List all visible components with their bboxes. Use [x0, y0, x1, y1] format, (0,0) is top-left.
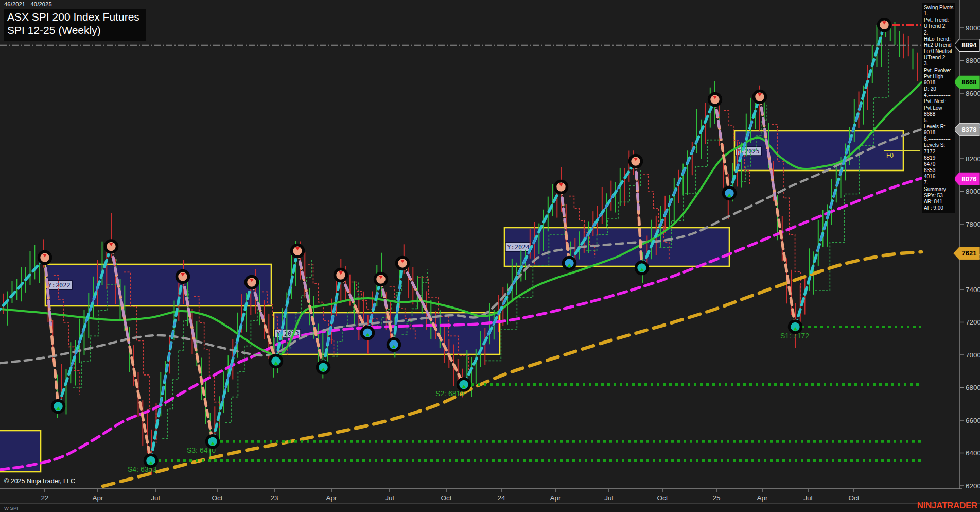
panel-line: UTrend 2	[924, 55, 955, 61]
pivot-low-marker	[145, 455, 157, 467]
chart-title: ASX SPI 200 Index Futures	[7, 10, 139, 24]
panel-line: Lo:0 Neutral	[924, 48, 955, 55]
pivot-low-marker	[636, 262, 648, 274]
panel-line: HiLo Trend:	[924, 36, 955, 42]
time-tick-label: Oct	[848, 494, 859, 502]
panel-line: Summary	[924, 186, 955, 193]
pivot-high-marker	[106, 241, 117, 252]
pivot-low-marker	[318, 362, 329, 373]
time-tick-label: Oct	[212, 494, 222, 502]
time-tick-label: Jul	[151, 494, 160, 502]
panel-line: 8688	[924, 111, 955, 117]
pivot-low-marker	[52, 401, 64, 413]
panel-line: Pvt. Next:	[924, 98, 955, 105]
panel-line: 4016	[924, 174, 955, 180]
time-tick-label: Oct	[441, 494, 451, 502]
panel-line: 7172	[924, 149, 955, 155]
time-tick-label: 23	[270, 494, 278, 502]
series-tab-strip	[0, 503, 980, 512]
time-tick-label: 24	[497, 494, 505, 502]
panel-line: SP's: 53	[924, 193, 955, 199]
panel-line: Pvt. Trend:	[924, 17, 955, 23]
price-tick-label: 6200	[966, 482, 980, 490]
panel-line: 9018	[924, 130, 955, 136]
support-label-s2: S2: 6819	[435, 389, 464, 398]
price-tick-label: 6600	[966, 417, 980, 424]
price-tick-label: 8800	[966, 57, 980, 64]
pivot-high-marker	[335, 269, 347, 281]
price-tick-label: 9000	[966, 24, 980, 32]
chart-window: Y:2022Y:2023Y:2024Y:2025S1: 7172S2: 6819…	[0, 0, 980, 512]
panel-line: D: 20	[924, 86, 955, 92]
pivot-low-marker	[362, 327, 374, 339]
panel-line: UTrend 2	[924, 23, 955, 29]
chart-title-box: ASX SPI 200 Index Futures SPI 12-25 (Wee…	[4, 9, 146, 41]
panel-line: 1.-------------	[924, 11, 955, 17]
year-range-box	[45, 264, 271, 306]
panel-line: 6353	[924, 167, 955, 174]
time-tick-label: Apr	[92, 494, 103, 502]
time-tick-label: Oct	[657, 494, 668, 502]
panel-line: 7.-------------	[924, 180, 955, 186]
fib-f0-label: F0	[886, 152, 894, 159]
pivot-high-marker	[397, 257, 409, 269]
copyright-label: © 2025 NinjaTrader, LLC	[4, 477, 75, 485]
panel-line: 6819	[924, 155, 955, 161]
chart-subtitle: SPI 12-25 (Weekly)	[7, 24, 139, 37]
pivot-low-marker	[790, 321, 801, 333]
panel-line: Swing Pivots	[924, 5, 955, 11]
price-tick-label: 7000	[966, 351, 980, 359]
price-tick-label: 8000	[966, 187, 980, 195]
time-tick-label: Apr	[550, 494, 561, 502]
price-chart[interactable]: Y:2022Y:2023Y:2024Y:2025S1: 7172S2: 6819…	[0, 0, 980, 512]
year-box-label: Y:2022	[48, 282, 70, 289]
pivot-low-marker	[724, 187, 736, 199]
panel-line: Pvt Low	[924, 105, 955, 111]
panel-line: 3.-------------	[924, 61, 955, 67]
pivot-low-marker	[564, 257, 575, 269]
price-tick-label: 7800	[966, 220, 980, 228]
price-badge-value: 8668	[962, 78, 977, 86]
panel-line: Pvt High	[924, 74, 955, 80]
ninjatrader-logo[interactable]: NINJATRADER	[917, 501, 977, 511]
time-tick-label: 25	[712, 494, 720, 502]
panel-line: 6.-------------	[924, 136, 955, 142]
pivot-low-marker	[207, 436, 219, 448]
pivot-low-marker	[270, 355, 282, 367]
time-tick-label: Jul	[604, 494, 613, 502]
time-tick-label: Apr	[326, 494, 337, 502]
panel-line: 5.-------------	[924, 117, 955, 124]
time-tick-label: Apr	[757, 494, 768, 502]
time-tick-label: Jul	[385, 494, 394, 502]
panel-line: Levels R:	[924, 124, 955, 130]
panel-line: AF: 9.00	[924, 205, 955, 211]
pivot-low-marker	[388, 338, 400, 350]
panel-line: Levels S:	[924, 142, 955, 148]
panel-line: Pvt. Evolve:	[924, 67, 955, 74]
panel-line: 9018	[924, 80, 955, 86]
price-badge-value: 8894	[962, 41, 977, 49]
price-badge-value: 8076	[962, 175, 977, 183]
pivot-high-marker	[292, 245, 304, 257]
pivot-high-marker	[709, 94, 721, 106]
time-tick-label: 22	[41, 494, 48, 502]
pivot-high-marker	[39, 252, 51, 264]
series-tab[interactable]: W SPI	[4, 505, 18, 511]
pivot-high-marker	[555, 181, 567, 193]
panel-line: AR: 841	[924, 199, 955, 205]
panel-line: Hi:2 UTrend	[924, 42, 955, 48]
price-badge-value: 7621	[962, 249, 977, 257]
price-tick-label: 6800	[966, 384, 980, 391]
panel-line: 4.-------------	[924, 92, 955, 98]
swing-pivots-panel: Swing Pivots1.-------------Pvt. Trend:UT…	[922, 3, 955, 213]
panel-line: 6470	[924, 161, 955, 167]
pivot-high-marker	[177, 270, 189, 282]
price-tick-label: 7400	[966, 286, 980, 294]
pivot-high-marker	[375, 273, 387, 285]
panel-line: 2.-------------	[924, 30, 955, 36]
year-box-label: Y:2024	[507, 244, 529, 251]
pivot-low-marker	[458, 379, 470, 390]
pivot-high-marker	[879, 19, 890, 31]
price-badge-value: 8378	[962, 126, 977, 133]
price-tick-label: 7200	[966, 318, 980, 326]
